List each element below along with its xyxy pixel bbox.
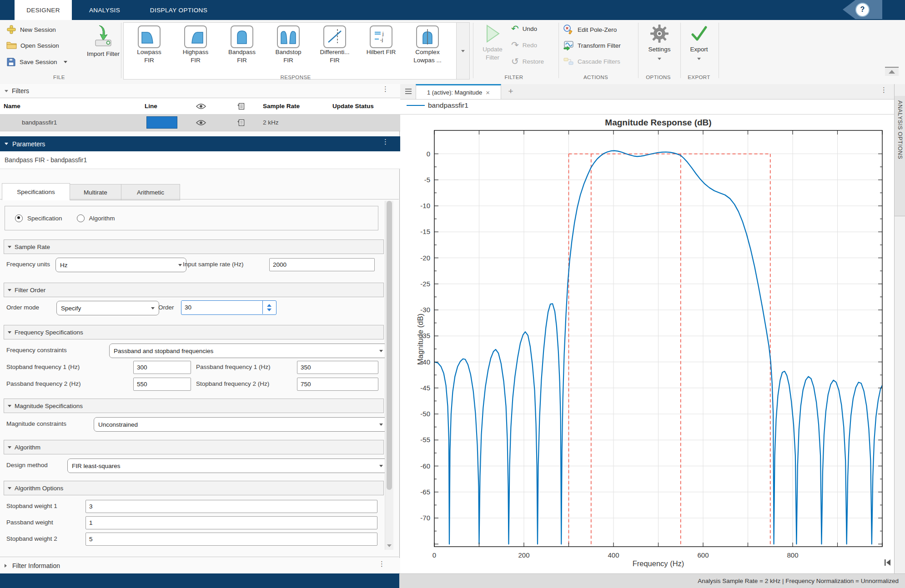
order-mode-dropdown[interactable]: Specify — [56, 301, 159, 315]
update-filter-button[interactable]: Update Filter — [478, 24, 508, 62]
left-panel: Filters ⋮ Name Line Sample Rate Update S… — [0, 84, 400, 573]
analysis-options-tab[interactable]: ANALYSIS OPTIONS — [895, 96, 905, 216]
scrollbar-down-icon[interactable] — [387, 541, 392, 549]
stopband-frequency-1-field[interactable] — [133, 361, 191, 374]
frequency-constraints-dropdown[interactable]: Passband and stopband frequencies — [109, 344, 387, 358]
close-icon[interactable]: × — [486, 89, 490, 96]
passband-frequency-2-field[interactable] — [133, 378, 191, 391]
edit-pole-zero-button[interactable]: Edit Pole-Zero — [563, 24, 617, 35]
stopband-weight-2-field[interactable] — [85, 533, 377, 546]
column-header-update-status[interactable]: Update Status — [329, 98, 402, 115]
undo-button[interactable]: ↶ Undo — [511, 24, 537, 33]
magnitude-response-chart[interactable]: 02004006008000-5-10-15-20-25-30-35-40-45… — [434, 130, 882, 547]
tab-analysis[interactable]: ANALYSIS — [78, 0, 131, 20]
settings-button[interactable]: Settings — [641, 24, 678, 62]
add-tab-button[interactable]: + — [505, 85, 517, 97]
algorithm-radio[interactable] — [77, 214, 85, 222]
response-bandstop-fir[interactable]: BandstopFIR — [266, 25, 311, 65]
collapse-icon — [8, 246, 11, 248]
design-method-label: Design method — [6, 462, 48, 468]
order-spinner[interactable] — [181, 300, 277, 315]
transform-filter-button[interactable]: Transform Filter — [563, 40, 621, 50]
spinner-up-icon[interactable] — [267, 304, 272, 307]
tab-list-icon[interactable] — [405, 88, 412, 95]
x-axis-label: Frequency (Hz) — [434, 559, 882, 568]
tab-arithmetic[interactable]: Arithmetic — [121, 184, 180, 200]
filter-information-header[interactable]: Filter Information ⋮ — [0, 558, 403, 573]
new-session-button[interactable]: New Session — [6, 25, 56, 35]
section-algorithm-options[interactable]: Algorithm Options — [4, 481, 384, 495]
magnitude-constraints-dropdown[interactable]: Unconstrained — [94, 417, 387, 432]
section-filter-order[interactable]: Filter Order — [4, 283, 384, 297]
parameters-menu-button[interactable]: ⋮ — [382, 140, 389, 143]
filter-row-visible[interactable] — [179, 114, 220, 131]
plus-icon — [6, 25, 16, 35]
response-highpass-fir[interactable]: HighpassFIR — [173, 25, 218, 65]
gallery-expand-button[interactable] — [456, 22, 470, 80]
svg-text:0: 0 — [432, 551, 436, 559]
plot-tab-magnitude[interactable]: 1 (active): Magnitude × — [416, 84, 501, 99]
column-header-name[interactable]: Name — [0, 98, 141, 115]
input-sample-rate-field[interactable] — [269, 258, 375, 271]
cascade-filters-button[interactable]: Cascade Filters — [563, 57, 620, 66]
collapse-icon — [8, 289, 11, 291]
line-color-swatch[interactable] — [146, 116, 177, 129]
filter-row-line[interactable] — [141, 114, 180, 131]
collapse-icon[interactable] — [5, 143, 8, 145]
parameters-scrollbar[interactable] — [385, 201, 393, 550]
save-session-button[interactable]: Save Session — [6, 57, 67, 67]
chevron-down-icon — [379, 424, 383, 426]
specification-radio[interactable] — [15, 214, 23, 222]
skip-to-start-icon[interactable] — [883, 558, 891, 567]
filter-row-sample-rate[interactable]: 2 kHz — [259, 114, 329, 131]
tab-multirate[interactable]: Multirate — [69, 184, 122, 200]
tab-display-options[interactable]: DISPLAY OPTIONS — [136, 0, 221, 20]
column-header-sample-rate[interactable]: Sample Rate — [259, 98, 329, 115]
tab-specifications[interactable]: Specifications — [2, 183, 70, 200]
collapse-icon — [8, 405, 11, 407]
import-filter-button[interactable]: Import Filter — [86, 25, 120, 58]
divider — [638, 23, 639, 78]
response-complex-lowpass-fir[interactable]: ComplexLowpas ... — [405, 25, 450, 65]
filter-information-menu-button[interactable]: ⋮ — [378, 563, 385, 565]
svg-text:-15: -15 — [420, 228, 430, 235]
frequency-units-dropdown[interactable]: Hz — [55, 258, 186, 272]
response-hilbert-fir[interactable]: j-j Hilbert FIR — [358, 25, 404, 56]
filter-row-info[interactable] — [219, 114, 260, 131]
collapse-icon[interactable] — [5, 90, 8, 92]
plot-panel-menu-button[interactable]: ⋮ — [880, 89, 887, 91]
section-algorithm[interactable]: Algorithm — [4, 440, 384, 454]
design-method-dropdown[interactable]: FIR least-squares — [67, 458, 387, 473]
order-field[interactable] — [181, 301, 259, 314]
open-session-button[interactable]: Open Session — [6, 41, 59, 50]
section-magnitude-specifications[interactable]: Magnitude Specifications — [4, 399, 384, 413]
tab-designer[interactable]: DESIGNER — [15, 0, 72, 20]
passband-weight-field[interactable] — [85, 516, 377, 529]
collapse-ribbon-button[interactable] — [885, 67, 899, 76]
column-header-visible[interactable] — [179, 98, 220, 115]
chevron-down-icon[interactable] — [64, 61, 67, 63]
help-button[interactable]: ? — [855, 3, 870, 17]
spinner-down-icon[interactable] — [267, 309, 272, 311]
chevron-down-icon — [151, 307, 155, 309]
stopband-weight-1-field[interactable] — [85, 500, 377, 513]
scrollbar-thumb[interactable] — [387, 201, 392, 490]
section-sample-rate[interactable]: Sample Rate — [4, 239, 384, 254]
filters-menu-button[interactable]: ⋮ — [382, 88, 389, 90]
restore-icon: ↺ — [511, 57, 519, 66]
column-header-line[interactable]: Line — [141, 98, 180, 115]
filter-row-name[interactable]: bandpassfir1 — [0, 114, 160, 131]
differentiator-icon — [323, 25, 346, 48]
response-lowpass-fir[interactable]: LowpassFIR — [126, 25, 172, 65]
export-button[interactable]: Export — [682, 24, 716, 62]
stopband-frequency-2-field[interactable] — [297, 378, 378, 391]
passband-frequency-1-field[interactable] — [297, 361, 378, 374]
restore-button[interactable]: ↺ Restore — [511, 57, 544, 66]
column-header-info[interactable] — [219, 98, 260, 115]
response-differentiator-fir[interactable]: Differenti...FIR — [312, 25, 357, 65]
filter-row-update-status[interactable] — [329, 114, 402, 131]
redo-button[interactable]: ↷ Redo — [511, 40, 537, 50]
section-frequency-specifications[interactable]: Frequency Specifications — [4, 325, 384, 339]
y-axis-label: Magnitude (dB) — [416, 299, 425, 380]
response-bandpass-fir[interactable]: BandpassFIR — [219, 25, 265, 65]
